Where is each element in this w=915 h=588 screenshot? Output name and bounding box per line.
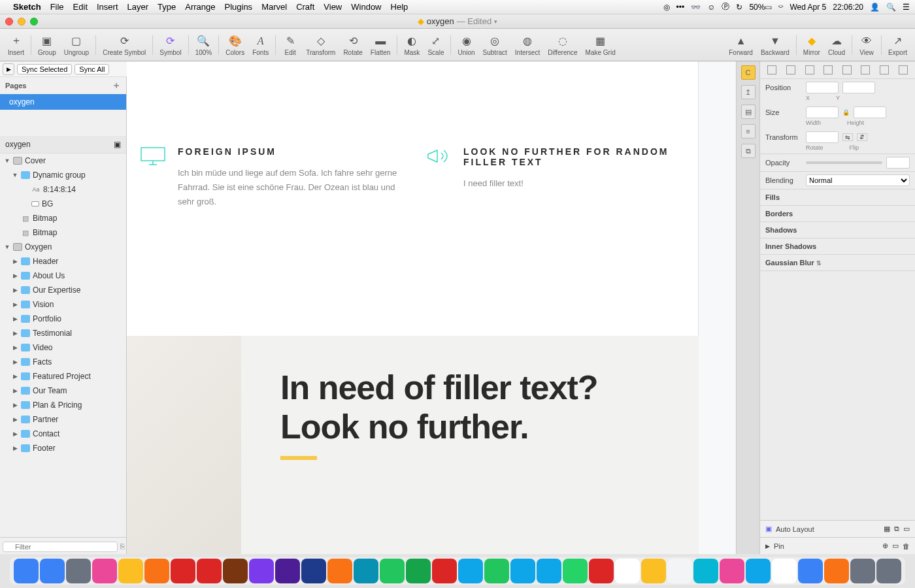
menu-insert[interactable]: Insert	[97, 2, 118, 12]
dock-app-icon[interactable]	[641, 559, 666, 583]
dock-app-icon[interactable]	[406, 559, 431, 583]
edit-tool[interactable]: ✎Edit	[278, 33, 302, 57]
dock-app-icon[interactable]	[197, 559, 222, 583]
flip-v-icon[interactable]: ⇵	[857, 133, 867, 141]
dock-app-icon[interactable]	[66, 559, 91, 583]
dock-app-icon[interactable]	[824, 559, 849, 583]
align-right-icon[interactable]	[805, 65, 814, 74]
dock-app-icon[interactable]	[14, 559, 39, 583]
dock-app-icon[interactable]	[589, 559, 614, 583]
craft-data-icon[interactable]: ≡	[741, 124, 756, 139]
inner-shadows-section[interactable]: Inner Shadows	[760, 238, 915, 255]
add-page-button[interactable]: ＋	[112, 80, 121, 91]
mirror-tool[interactable]: ◆Mirror	[799, 33, 824, 57]
create-symbol-tool[interactable]: ⟳Create Symbol	[99, 33, 150, 57]
align-middle-icon[interactable]	[842, 65, 852, 74]
layer-folder[interactable]: ▶Video	[0, 340, 126, 355]
dock-app-icon[interactable]	[144, 559, 169, 583]
height-input[interactable]	[854, 106, 886, 118]
dock-app-icon[interactable]	[537, 559, 561, 583]
layer-folder[interactable]: ▶Header	[0, 254, 126, 269]
dock-app-icon[interactable]	[92, 559, 117, 583]
filter-icon[interactable]: ⎘	[120, 542, 125, 550]
colors-tool[interactable]: 🎨Colors	[222, 33, 248, 57]
shadows-section[interactable]: Shadows	[760, 222, 915, 238]
spotlight-icon[interactable]: 🔍	[886, 3, 896, 12]
menu-view[interactable]: View	[324, 2, 342, 12]
subtract-tool[interactable]: ◎Subtract	[479, 33, 511, 57]
layer-folder[interactable]: ▶Footer	[0, 441, 126, 455]
layer-cover[interactable]: ▼Cover	[0, 154, 126, 168]
menu-file[interactable]: File	[50, 2, 64, 12]
status-icon[interactable]: ☺	[707, 3, 715, 12]
status-icon[interactable]: •••	[676, 3, 685, 12]
menu-plugins[interactable]: Plugins	[224, 2, 252, 12]
pos-x-input[interactable]	[806, 82, 839, 93]
trash-icon[interactable]: 🗑	[903, 542, 910, 550]
menu-edit[interactable]: Edit	[73, 2, 88, 12]
dock-app-icon[interactable]	[746, 559, 771, 583]
dock-app-icon[interactable]	[798, 559, 823, 583]
feature-block-2[interactable]: LOOK NO FURTHER FOR RANDOM FILLER TEXT I…	[425, 146, 685, 209]
craft-duplicate-icon[interactable]: ⧉	[741, 144, 756, 158]
layer-folder[interactable]: ▶Contact	[0, 427, 126, 441]
menu-marvel[interactable]: Marvel	[261, 2, 287, 12]
dock-app-icon[interactable]	[249, 559, 274, 583]
wifi-icon[interactable]: ⌔	[778, 3, 783, 12]
mask-tool[interactable]: ◐Mask	[400, 33, 424, 57]
pin-icon[interactable]: ▭	[892, 542, 899, 550]
gaussian-blur-section[interactable]: Gaussian Blur ⇅	[760, 255, 915, 271]
dock-app-icon[interactable]	[354, 559, 378, 583]
union-tool[interactable]: ◉Union	[454, 33, 478, 57]
insert-tool[interactable]: ＋Insert	[4, 33, 28, 57]
rotate-tool[interactable]: ⟲Rotate	[339, 33, 366, 57]
dock-app-icon[interactable]	[327, 559, 352, 583]
cloud-tool[interactable]: ☁Cloud	[824, 33, 849, 57]
menu-layer[interactable]: Layer	[127, 2, 149, 12]
blend-mode-select[interactable]: Normal	[806, 174, 910, 186]
status-icon[interactable]: Ⓟ	[722, 1, 729, 12]
fills-section[interactable]: Fills	[760, 189, 915, 206]
layout-icon[interactable]: ⧉	[894, 525, 899, 533]
rotate-input[interactable]	[806, 131, 839, 143]
opacity-input[interactable]	[886, 157, 910, 169]
dock-app-icon[interactable]	[693, 559, 718, 583]
craft-upload-icon[interactable]: ↥	[741, 85, 756, 99]
symbol-tool[interactable]: ⟳Symbol	[156, 33, 185, 57]
menu-help[interactable]: Help	[391, 2, 408, 12]
artboard-header[interactable]: oxygen ▣	[0, 136, 126, 154]
backward-tool[interactable]: ▼Backward	[757, 33, 793, 57]
layer-oxygen[interactable]: ▼Oxygen	[0, 240, 126, 254]
view-tool[interactable]: 👁View	[855, 33, 878, 57]
zoom-tool[interactable]: 🔍100%	[191, 33, 216, 57]
menu-arrange[interactable]: Arrange	[185, 2, 215, 12]
layer-folder[interactable]: ▶Portfolio	[0, 312, 126, 326]
dock-app-icon[interactable]	[171, 559, 195, 583]
layer-folder[interactable]: ▶Our Expertise	[0, 283, 126, 297]
disclosure-icon[interactable]: ▶	[765, 543, 770, 549]
export-tool[interactable]: ↗Export	[884, 33, 911, 57]
dock-app-icon[interactable]	[850, 559, 875, 583]
width-input[interactable]	[806, 106, 839, 118]
battery-status[interactable]: 50% ▭	[749, 3, 772, 12]
ungroup-tool[interactable]: ▢Ungroup	[60, 33, 93, 57]
user-icon[interactable]: 👤	[870, 3, 880, 12]
dock-app-icon[interactable]	[667, 559, 692, 583]
pos-y-input[interactable]	[842, 82, 875, 93]
status-icon[interactable]: 👓	[691, 3, 701, 12]
layer-folder[interactable]: ▶Vision	[0, 297, 126, 312]
distribute-h-icon[interactable]	[880, 65, 889, 74]
close-button[interactable]	[5, 18, 13, 25]
filter-input[interactable]	[3, 542, 118, 552]
flip-h-icon[interactable]: ⇋	[842, 133, 853, 141]
hero-section[interactable]: In need of filler text? Look no further.	[127, 336, 699, 554]
layer-dynamic-group[interactable]: ▼Dynamic group	[0, 168, 126, 182]
chevron-down-icon[interactable]: ▾	[494, 18, 497, 25]
layer-folder[interactable]: ▶Our Team	[0, 384, 126, 398]
flatten-tool[interactable]: ▬Flatten	[367, 33, 395, 57]
dock-app-icon[interactable]	[301, 559, 326, 583]
align-top-icon[interactable]	[824, 65, 833, 74]
dock-app-icon[interactable]	[876, 559, 901, 583]
dock-app-icon[interactable]	[40, 559, 65, 583]
dock-app-icon[interactable]	[380, 559, 405, 583]
